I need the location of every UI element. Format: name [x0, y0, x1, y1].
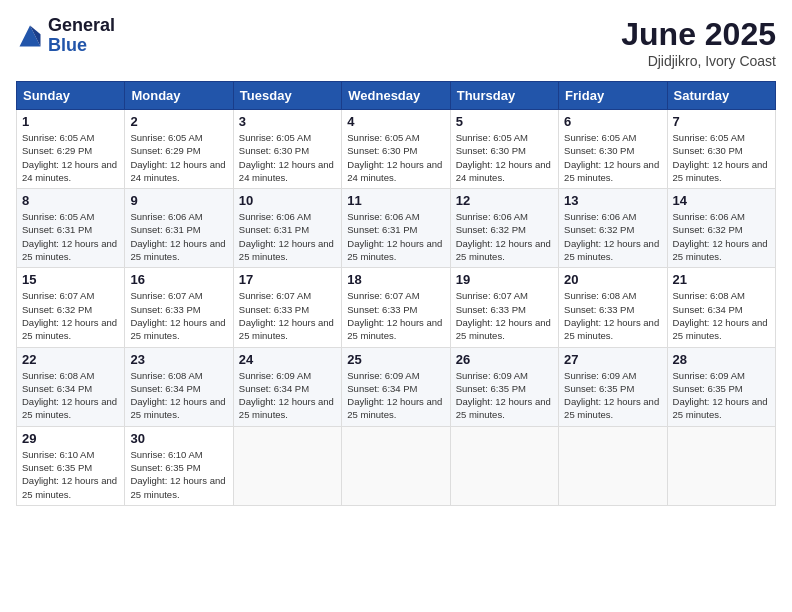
day-number: 7	[673, 114, 770, 129]
calendar-week-5: 29 Sunrise: 6:10 AM Sunset: 6:35 PM Dayl…	[17, 426, 776, 505]
sunrise-text: Sunrise: 6:08 AM	[130, 370, 202, 381]
day-info: Sunrise: 6:10 AM Sunset: 6:35 PM Dayligh…	[130, 448, 227, 501]
calendar-cell: 29 Sunrise: 6:10 AM Sunset: 6:35 PM Dayl…	[17, 426, 125, 505]
sunrise-text: Sunrise: 6:06 AM	[456, 211, 528, 222]
calendar-week-3: 15 Sunrise: 6:07 AM Sunset: 6:32 PM Dayl…	[17, 268, 776, 347]
daylight-text: Daylight: 12 hours and 25 minutes.	[22, 475, 117, 499]
calendar-cell: 5 Sunrise: 6:05 AM Sunset: 6:30 PM Dayli…	[450, 110, 558, 189]
calendar-cell: 9 Sunrise: 6:06 AM Sunset: 6:31 PM Dayli…	[125, 189, 233, 268]
sunrise-text: Sunrise: 6:08 AM	[673, 290, 745, 301]
sunset-text: Sunset: 6:31 PM	[130, 224, 200, 235]
calendar-cell: 27 Sunrise: 6:09 AM Sunset: 6:35 PM Dayl…	[559, 347, 667, 426]
sunrise-text: Sunrise: 6:06 AM	[673, 211, 745, 222]
sunrise-text: Sunrise: 6:09 AM	[239, 370, 311, 381]
day-info: Sunrise: 6:08 AM Sunset: 6:34 PM Dayligh…	[130, 369, 227, 422]
daylight-text: Daylight: 12 hours and 25 minutes.	[239, 238, 334, 262]
day-number: 12	[456, 193, 553, 208]
sunset-text: Sunset: 6:30 PM	[673, 145, 743, 156]
sunrise-text: Sunrise: 6:06 AM	[130, 211, 202, 222]
calendar-cell: 8 Sunrise: 6:05 AM Sunset: 6:31 PM Dayli…	[17, 189, 125, 268]
sunrise-text: Sunrise: 6:07 AM	[22, 290, 94, 301]
calendar-cell: 4 Sunrise: 6:05 AM Sunset: 6:30 PM Dayli…	[342, 110, 450, 189]
daylight-text: Daylight: 12 hours and 25 minutes.	[347, 396, 442, 420]
calendar-cell: 12 Sunrise: 6:06 AM Sunset: 6:32 PM Dayl…	[450, 189, 558, 268]
sunset-text: Sunset: 6:35 PM	[456, 383, 526, 394]
sunrise-text: Sunrise: 6:06 AM	[564, 211, 636, 222]
day-info: Sunrise: 6:07 AM Sunset: 6:33 PM Dayligh…	[347, 289, 444, 342]
logo-general: General	[48, 16, 115, 36]
day-info: Sunrise: 6:09 AM Sunset: 6:35 PM Dayligh…	[673, 369, 770, 422]
day-info: Sunrise: 6:09 AM Sunset: 6:34 PM Dayligh…	[239, 369, 336, 422]
sunset-text: Sunset: 6:33 PM	[130, 304, 200, 315]
day-number: 19	[456, 272, 553, 287]
weekday-header-saturday: Saturday	[667, 82, 775, 110]
sunrise-text: Sunrise: 6:06 AM	[239, 211, 311, 222]
sunset-text: Sunset: 6:34 PM	[347, 383, 417, 394]
calendar-cell: 11 Sunrise: 6:06 AM Sunset: 6:31 PM Dayl…	[342, 189, 450, 268]
logo-blue: Blue	[48, 36, 115, 56]
calendar-cell: 19 Sunrise: 6:07 AM Sunset: 6:33 PM Dayl…	[450, 268, 558, 347]
sunset-text: Sunset: 6:32 PM	[456, 224, 526, 235]
calendar-week-2: 8 Sunrise: 6:05 AM Sunset: 6:31 PM Dayli…	[17, 189, 776, 268]
calendar-cell: 14 Sunrise: 6:06 AM Sunset: 6:32 PM Dayl…	[667, 189, 775, 268]
day-number: 11	[347, 193, 444, 208]
sunset-text: Sunset: 6:30 PM	[456, 145, 526, 156]
day-number: 30	[130, 431, 227, 446]
month-title: June 2025	[621, 16, 776, 53]
daylight-text: Daylight: 12 hours and 25 minutes.	[673, 159, 768, 183]
day-info: Sunrise: 6:09 AM Sunset: 6:35 PM Dayligh…	[564, 369, 661, 422]
sunset-text: Sunset: 6:32 PM	[22, 304, 92, 315]
day-number: 18	[347, 272, 444, 287]
daylight-text: Daylight: 12 hours and 25 minutes.	[564, 238, 659, 262]
daylight-text: Daylight: 12 hours and 24 minutes.	[347, 159, 442, 183]
calendar-cell: 1 Sunrise: 6:05 AM Sunset: 6:29 PM Dayli…	[17, 110, 125, 189]
sunrise-text: Sunrise: 6:09 AM	[456, 370, 528, 381]
calendar-cell: 24 Sunrise: 6:09 AM Sunset: 6:34 PM Dayl…	[233, 347, 341, 426]
day-number: 23	[130, 352, 227, 367]
day-number: 26	[456, 352, 553, 367]
logo: General Blue	[16, 16, 115, 56]
day-number: 4	[347, 114, 444, 129]
sunset-text: Sunset: 6:34 PM	[130, 383, 200, 394]
calendar-cell: 30 Sunrise: 6:10 AM Sunset: 6:35 PM Dayl…	[125, 426, 233, 505]
logo-text: General Blue	[48, 16, 115, 56]
day-number: 28	[673, 352, 770, 367]
day-info: Sunrise: 6:06 AM Sunset: 6:32 PM Dayligh…	[673, 210, 770, 263]
calendar-week-1: 1 Sunrise: 6:05 AM Sunset: 6:29 PM Dayli…	[17, 110, 776, 189]
sunset-text: Sunset: 6:35 PM	[673, 383, 743, 394]
day-info: Sunrise: 6:08 AM Sunset: 6:34 PM Dayligh…	[673, 289, 770, 342]
sunset-text: Sunset: 6:30 PM	[239, 145, 309, 156]
daylight-text: Daylight: 12 hours and 25 minutes.	[673, 238, 768, 262]
sunrise-text: Sunrise: 6:05 AM	[239, 132, 311, 143]
day-info: Sunrise: 6:06 AM Sunset: 6:32 PM Dayligh…	[564, 210, 661, 263]
day-number: 27	[564, 352, 661, 367]
sunrise-text: Sunrise: 6:05 AM	[22, 132, 94, 143]
weekday-header-wednesday: Wednesday	[342, 82, 450, 110]
sunrise-text: Sunrise: 6:05 AM	[564, 132, 636, 143]
day-number: 6	[564, 114, 661, 129]
calendar-cell: 17 Sunrise: 6:07 AM Sunset: 6:33 PM Dayl…	[233, 268, 341, 347]
day-number: 10	[239, 193, 336, 208]
day-info: Sunrise: 6:08 AM Sunset: 6:34 PM Dayligh…	[22, 369, 119, 422]
sunset-text: Sunset: 6:33 PM	[239, 304, 309, 315]
sunrise-text: Sunrise: 6:07 AM	[239, 290, 311, 301]
day-number: 16	[130, 272, 227, 287]
weekday-header-tuesday: Tuesday	[233, 82, 341, 110]
sunset-text: Sunset: 6:32 PM	[673, 224, 743, 235]
sunset-text: Sunset: 6:34 PM	[22, 383, 92, 394]
sunrise-text: Sunrise: 6:07 AM	[130, 290, 202, 301]
sunrise-text: Sunrise: 6:09 AM	[564, 370, 636, 381]
day-number: 14	[673, 193, 770, 208]
logo-icon	[16, 22, 44, 50]
sunrise-text: Sunrise: 6:10 AM	[22, 449, 94, 460]
daylight-text: Daylight: 12 hours and 25 minutes.	[347, 317, 442, 341]
sunrise-text: Sunrise: 6:05 AM	[347, 132, 419, 143]
calendar-cell: 3 Sunrise: 6:05 AM Sunset: 6:30 PM Dayli…	[233, 110, 341, 189]
daylight-text: Daylight: 12 hours and 24 minutes.	[239, 159, 334, 183]
sunset-text: Sunset: 6:33 PM	[347, 304, 417, 315]
daylight-text: Daylight: 12 hours and 25 minutes.	[673, 396, 768, 420]
sunrise-text: Sunrise: 6:09 AM	[673, 370, 745, 381]
daylight-text: Daylight: 12 hours and 24 minutes.	[456, 159, 551, 183]
calendar-cell: 23 Sunrise: 6:08 AM Sunset: 6:34 PM Dayl…	[125, 347, 233, 426]
sunset-text: Sunset: 6:31 PM	[22, 224, 92, 235]
